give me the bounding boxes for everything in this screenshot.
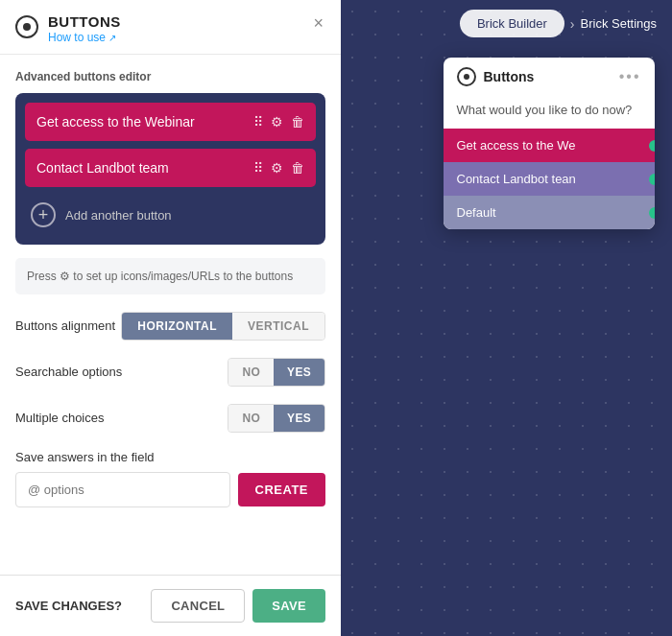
external-link-icon: ↗ [108,33,116,43]
multiple-no[interactable]: NO [228,405,274,432]
panel-title-block: BUTTONS How to use ↗ [48,13,121,44]
gear-icon-landbot[interactable]: ⚙ [271,160,283,176]
card-button-webinar[interactable]: Get access to the We [444,129,655,162]
brick-builder-tab[interactable]: Brick Builder [460,10,564,37]
drag-icon-webinar[interactable]: ⠿ [253,114,263,130]
alignment-row: Buttons alignment HORIZONTAL VERTICAL [15,312,325,341]
vertical-toggle[interactable]: VERTICAL [232,313,324,340]
card-button-default[interactable]: Default [444,196,655,229]
card-menu-icon[interactable]: ••• [619,68,641,85]
searchable-yes[interactable]: YES [274,359,324,386]
panel-title: BUTTONS [48,13,121,30]
add-button-row[interactable]: + Add another button [25,195,316,235]
floating-card: Buttons ••• What would you like to do no… [444,58,655,229]
button-item-webinar: Get access to the Webinar ⠿ ⚙ 🗑 [25,103,316,141]
save-button[interactable]: SAVE [252,589,325,623]
card-btn-connector-0 [649,140,655,152]
close-button[interactable]: × [311,13,325,34]
card-header-left: Buttons [457,67,535,86]
horizontal-toggle[interactable]: HORIZONTAL [122,313,232,340]
searchable-row: Searchable options NO YES [15,358,325,387]
button-actions-webinar: ⠿ ⚙ 🗑 [253,114,304,130]
editor-title: Advanced buttons editor [15,70,325,83]
card-buttons-icon [457,67,476,86]
hint-box: Press ⚙ to set up icons/images/URLs to t… [15,258,325,294]
panel-header-left: BUTTONS How to use ↗ [15,13,121,44]
button-item-landbot: Contact Landbot team ⠿ ⚙ 🗑 [25,149,316,187]
alignment-label: Buttons alignment [15,318,115,335]
panel-body: Advanced buttons editor Get access to th… [0,55,341,575]
alignment-toggle: HORIZONTAL VERTICAL [121,312,325,341]
footer-label: SAVE CHANGES? [15,599,122,613]
how-to-use-link[interactable]: How to use ↗ [48,31,121,44]
multiple-row: Multiple choices NO YES [15,404,325,433]
searchable-label: Searchable options [15,365,122,381]
multiple-toggle: NO YES [228,404,325,433]
add-button-label: Add another button [65,208,172,223]
searchable-no[interactable]: NO [228,359,274,386]
cancel-button[interactable]: CANCEL [151,589,245,623]
button-actions-landbot: ⠿ ⚙ 🗑 [253,160,304,176]
card-btn-connector-1 [649,174,655,185]
panel-header: BUTTONS How to use ↗ × [0,0,341,55]
footer-actions: CANCEL SAVE [151,589,325,623]
card-header: Buttons ••• [444,58,655,96]
hint-text: Press ⚙ to set up icons/images/URLs to t… [27,270,293,283]
save-answers-row: CREATE [15,472,325,507]
card-button-landbot[interactable]: Contact Landbot tean [444,162,655,196]
gear-inline-icon: ⚙ [60,270,70,283]
create-button[interactable]: CREATE [238,473,325,506]
buttons-list: Get access to the Webinar ⠿ ⚙ 🗑 Contact … [15,93,325,245]
save-answers-input[interactable] [15,472,230,507]
buttons-icon [15,15,38,38]
left-panel: BUTTONS How to use ↗ × Advanced buttons … [0,0,341,636]
card-title: Buttons [484,69,535,84]
button-label-webinar: Get access to the Webinar [36,114,253,130]
panel-footer: SAVE CHANGES? CANCEL SAVE [0,575,341,636]
drag-icon-landbot[interactable]: ⠿ [253,160,263,176]
delete-icon-landbot[interactable]: 🗑 [291,160,304,176]
right-panel: Brick Builder › Brick Settings Buttons •… [341,0,672,636]
brick-settings-tab[interactable]: Brick Settings [581,16,657,31]
button-label-landbot: Contact Landbot team [36,160,253,176]
save-answers-title: Save answers in the field [15,450,325,464]
searchable-toggle: NO YES [228,358,325,387]
multiple-label: Multiple choices [15,411,105,427]
right-nav: Brick Builder › Brick Settings [341,0,672,47]
gear-icon-webinar[interactable]: ⚙ [271,114,283,130]
breadcrumb-chevron: › [570,16,575,32]
save-answers-section: Save answers in the field CREATE [15,450,325,507]
delete-icon-webinar[interactable]: 🗑 [291,114,304,130]
card-question: What would you like to do now? [444,96,655,129]
card-btn-connector-2 [649,207,655,219]
add-circle-icon: + [31,202,56,227]
multiple-yes[interactable]: YES [274,405,324,432]
